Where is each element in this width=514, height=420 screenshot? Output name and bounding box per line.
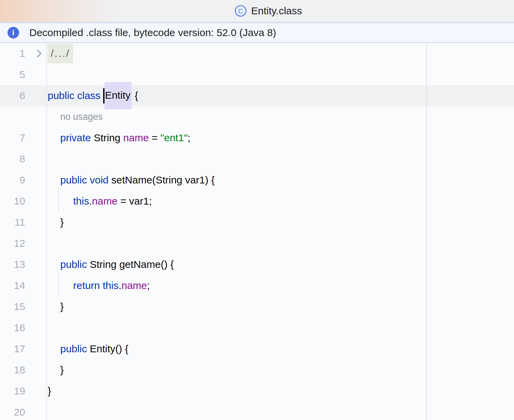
code-token: String (91, 127, 123, 148)
code-token: public (60, 254, 87, 275)
code-token: ; (147, 275, 150, 296)
code-token: Entity (105, 82, 132, 109)
line-number[interactable]: 18 (0, 359, 46, 381)
line-number[interactable]: 5 (0, 64, 46, 85)
code-token: } (60, 212, 64, 233)
code-token: public void (60, 169, 109, 191)
window-title: Entity.class (251, 5, 302, 17)
code-token: public class (48, 85, 103, 106)
code-line[interactable]: 14return this.name; (0, 275, 514, 296)
code-line[interactable]: 15} (0, 296, 514, 317)
editor-rows: 1/.../56public class Entity {no usages7p… (0, 43, 514, 420)
code-line[interactable]: 8 (0, 148, 514, 169)
window-titlebar: C Entity.class (0, 0, 514, 22)
code-token: this (103, 275, 119, 296)
code-line[interactable]: 16 (0, 317, 514, 338)
class-icon: C (235, 5, 247, 17)
folded-region[interactable]: /.../ (48, 44, 73, 63)
code-line[interactable]: 18} (0, 359, 514, 381)
file-tab: C Entity.class (235, 5, 302, 17)
info-icon: i (7, 27, 19, 38)
code-token: Entity() { (87, 338, 128, 359)
line-number (0, 106, 46, 127)
code-line[interactable]: 9public void setName(String var1) { (0, 169, 514, 191)
code-token: } (48, 381, 51, 402)
code-token: = var1; (117, 191, 152, 212)
line-number[interactable]: 19 (0, 381, 46, 402)
decompile-banner: i Decompiled .class file, bytecode versi… (0, 22, 514, 43)
line-number[interactable]: 13 (0, 254, 46, 275)
line-number[interactable]: 20 (0, 402, 46, 420)
code-token: . (89, 191, 92, 212)
code-token: = (149, 127, 160, 148)
line-number[interactable]: 1 (0, 43, 46, 64)
code-token: this (73, 191, 89, 212)
line-number[interactable]: 16 (0, 317, 46, 338)
code-token: . (118, 275, 121, 296)
line-number[interactable]: 15 (0, 296, 46, 317)
code-line[interactable]: 20 (0, 402, 514, 420)
code-token: { (132, 85, 138, 106)
line-number[interactable]: 14 (0, 275, 46, 296)
code-token: } (60, 359, 64, 381)
inlay-hint-usages[interactable]: no usages (60, 106, 103, 127)
line-number[interactable]: 6 (0, 85, 46, 106)
line-number[interactable]: 9 (0, 169, 46, 191)
code-line[interactable]: 11} (0, 212, 514, 233)
code-line[interactable]: 17public Entity() { (0, 338, 514, 359)
code-line[interactable]: 12 (0, 233, 514, 254)
code-editor[interactable]: 1/.../56public class Entity {no usages7p… (0, 43, 514, 420)
indent-guide (58, 272, 59, 296)
code-token: "ent1" (160, 127, 188, 148)
line-number[interactable]: 11 (0, 212, 46, 233)
code-token: name (122, 275, 147, 296)
code-token: private (60, 127, 91, 148)
line-number[interactable]: 8 (0, 148, 46, 169)
line-number[interactable]: 17 (0, 338, 46, 359)
code-line[interactable]: no usages (0, 106, 514, 127)
line-number[interactable]: 12 (0, 233, 46, 254)
code-token: name (92, 191, 117, 212)
code-line[interactable]: 19} (0, 381, 514, 402)
code-token: setName(String var1) { (109, 169, 215, 191)
code-line[interactable]: 13public String getName() { (0, 254, 514, 275)
code-token: } (60, 296, 64, 317)
code-token: ; (188, 127, 190, 148)
code-token: return (73, 275, 103, 296)
fold-arrow-icon[interactable] (35, 49, 44, 58)
code-line[interactable]: 10this.name = var1; (0, 191, 514, 212)
code-token: name (123, 127, 149, 148)
code-token: public (60, 338, 87, 359)
code-line[interactable]: 6public class Entity { (0, 85, 514, 106)
indent-guide (58, 187, 59, 212)
banner-text: Decompiled .class file, bytecode version… (29, 27, 276, 38)
line-number[interactable]: 10 (0, 191, 46, 212)
code-token: String getName() { (87, 254, 174, 275)
code-line[interactable]: 7private String name = "ent1"; (0, 127, 514, 148)
line-number[interactable]: 7 (0, 127, 46, 148)
svg-text:C: C (238, 7, 243, 15)
code-line[interactable]: 1/.../ (0, 43, 514, 64)
